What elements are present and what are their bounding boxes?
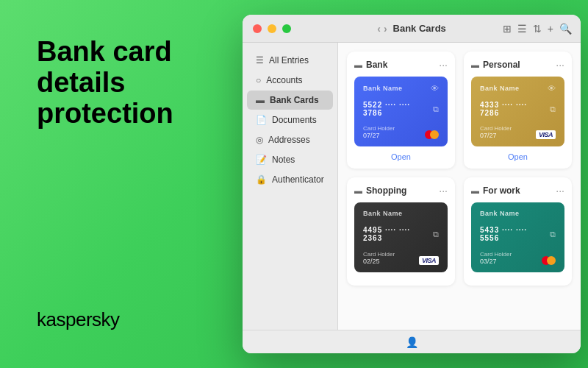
search-icon[interactable]: 🔍: [559, 23, 572, 35]
sidebar-label-addresses: Addresses: [268, 135, 310, 145]
addresses-icon: ◎: [256, 135, 263, 145]
sidebar-item-notes[interactable]: 📝 Notes: [247, 150, 333, 169]
list-view-icon[interactable]: ☰: [517, 23, 527, 35]
app-window: ‹ › Bank Cards ⊞ ☰ ⇅ + 🔍 ☰ All Entries ○…: [243, 15, 581, 353]
card-bank[interactable]: Bank Name 👁 5522 ···· ···· 3786 ⧉ Card H…: [354, 77, 448, 146]
nav-arrows: ‹ ›: [377, 23, 387, 35]
section-for-work-menu[interactable]: ···: [556, 185, 564, 197]
title-bar-center: ‹ › Bank Cards: [377, 23, 446, 35]
card-expiry: 07/27: [363, 132, 395, 139]
sidebar-item-bank-cards[interactable]: ▬ Bank Cards: [247, 91, 333, 110]
sidebar-item-documents[interactable]: 📄 Documents: [247, 110, 333, 130]
card-personal-number: 4333 ···· ···· 7286: [480, 101, 545, 117]
documents-icon: 📄: [256, 115, 267, 125]
window-title: Bank Cards: [393, 23, 446, 34]
user-icon[interactable]: 👤: [406, 336, 418, 348]
card-personal-holder: Card Holder: [480, 125, 512, 132]
accounts-icon: ○: [256, 75, 261, 85]
section-bank-icon: ▬: [354, 60, 362, 69]
mastercard-logo-work: [542, 256, 556, 265]
grid-view-icon[interactable]: ⊞: [503, 23, 512, 35]
section-personal-icon: ▬: [471, 60, 479, 69]
section-bank-header: ▬ Bank ···: [354, 59, 448, 71]
card-for-work[interactable]: Bank Name 5433 ···· ···· 5556 ⧉ Card Hol…: [471, 202, 564, 272]
sidebar-item-all-entries[interactable]: ☰ All Entries: [247, 51, 333, 70]
sidebar-label-accounts: Accounts: [266, 75, 302, 85]
sidebar-label-all-entries: All Entries: [269, 55, 309, 66]
section-bank-menu[interactable]: ···: [439, 59, 448, 71]
sidebar-label-notes: Notes: [272, 155, 295, 165]
sidebar-label-authenticator: Authenticator: [272, 174, 324, 185]
card-personal[interactable]: Bank Name 👁 4333 ···· ···· 7286 ⧉ Card H…: [471, 77, 564, 146]
mc-circle-orange: [430, 130, 439, 139]
notes-icon: 📝: [256, 155, 267, 165]
card-personal-eye-icon[interactable]: 👁: [548, 84, 556, 93]
maximize-button[interactable]: [282, 24, 291, 33]
card-for-work-expiry: 03/27: [480, 258, 512, 265]
add-icon[interactable]: +: [548, 23, 553, 35]
mc-circle-orange-work: [547, 256, 556, 265]
section-personal-title: ▬ Personal: [471, 60, 520, 70]
card-bank-name: Bank Name: [363, 85, 403, 92]
bank-cards-icon: ▬: [256, 95, 265, 105]
title-bar: ‹ › Bank Cards ⊞ ☰ ⇅ + 🔍: [243, 15, 581, 43]
bottom-bar: 👤: [243, 330, 581, 353]
card-for-work-bank-name: Bank Name: [480, 210, 520, 217]
section-shopping-title: ▬ Shopping: [354, 185, 406, 196]
back-arrow[interactable]: ‹: [377, 23, 381, 35]
sidebar-label-documents: Documents: [272, 115, 317, 125]
card-personal-bank-name: Bank Name: [480, 85, 520, 92]
title-bar-actions: ⊞ ☰ ⇅ + 🔍: [503, 23, 572, 35]
card-shopping-number: 4495 ···· ···· 2363: [363, 226, 429, 242]
open-personal-button[interactable]: Open: [471, 152, 564, 161]
visa-logo: VISA: [536, 130, 556, 139]
card-eye-icon[interactable]: 👁: [431, 84, 439, 93]
minimize-button[interactable]: [268, 24, 276, 33]
card-shopping-bank-name: Bank Name: [363, 210, 403, 217]
authenticator-icon: 🔒: [256, 174, 267, 185]
section-shopping: ▬ Shopping ··· Bank Name 4495 ···· ···· …: [347, 177, 455, 286]
card-copy-icon[interactable]: ⧉: [433, 105, 439, 114]
section-for-work-header: ▬ For work ···: [471, 185, 564, 197]
all-entries-icon: ☰: [256, 55, 264, 66]
section-personal-menu[interactable]: ···: [556, 59, 564, 71]
card-shopping[interactable]: Bank Name 4495 ···· ···· 2363 ⧉ Card Hol…: [354, 202, 448, 272]
section-personal: ▬ Personal ··· Bank Name 👁 4333 ···· ···…: [464, 52, 572, 169]
card-shopping-copy-icon[interactable]: ⧉: [433, 230, 439, 239]
card-for-work-holder: Card Holder: [480, 251, 512, 258]
sort-icon[interactable]: ⇅: [533, 23, 542, 35]
mastercard-logo: [425, 130, 439, 139]
card-personal-copy-icon[interactable]: ⧉: [550, 105, 556, 114]
visa-logo-shopping: VISA: [419, 256, 439, 265]
card-number: 5522 ···· ···· 3786: [363, 101, 429, 117]
section-for-work-icon: ▬: [471, 186, 479, 195]
sidebar-item-accounts[interactable]: ○ Accounts: [247, 71, 333, 90]
section-shopping-header: ▬ Shopping ···: [354, 185, 448, 197]
sidebar-item-authenticator[interactable]: 🔒 Authenticator: [247, 170, 333, 189]
kaspersky-logo: kaspersky: [37, 308, 243, 331]
section-personal-header: ▬ Personal ···: [471, 59, 564, 71]
headline: Bank card details protection: [37, 37, 243, 129]
card-for-work-number: 5433 ···· ···· 5556: [480, 226, 545, 242]
left-panel: Bank card details protection kaspersky: [37, 22, 243, 346]
section-shopping-icon: ▬: [354, 186, 362, 195]
card-holder: Card Holder: [363, 125, 395, 132]
card-shopping-expiry: 02/25: [363, 258, 395, 265]
card-for-work-copy-icon[interactable]: ⧉: [550, 230, 556, 239]
sidebar-item-addresses[interactable]: ◎ Addresses: [247, 130, 333, 149]
section-bank: ▬ Bank ··· Bank Name 👁 5522 ···· ···· 37…: [347, 52, 455, 169]
forward-arrow[interactable]: ›: [384, 23, 387, 35]
main-content: ☰ All Entries ○ Accounts ▬ Bank Cards 📄 …: [243, 43, 581, 330]
section-bank-title: ▬ Bank: [354, 60, 387, 70]
sidebar: ☰ All Entries ○ Accounts ▬ Bank Cards 📄 …: [243, 43, 338, 330]
card-shopping-holder: Card Holder: [363, 251, 395, 258]
sidebar-label-bank-cards: Bank Cards: [270, 95, 319, 105]
open-bank-button[interactable]: Open: [354, 152, 448, 161]
section-for-work: ▬ For work ··· Bank Name 5433 ···· ···· …: [464, 177, 572, 286]
close-button[interactable]: [253, 24, 262, 33]
card-personal-expiry: 07/27: [480, 132, 512, 139]
cards-area: ▬ Bank ··· Bank Name 👁 5522 ···· ···· 37…: [338, 43, 581, 330]
section-for-work-title: ▬ For work: [471, 185, 520, 196]
section-shopping-menu[interactable]: ···: [439, 185, 448, 197]
